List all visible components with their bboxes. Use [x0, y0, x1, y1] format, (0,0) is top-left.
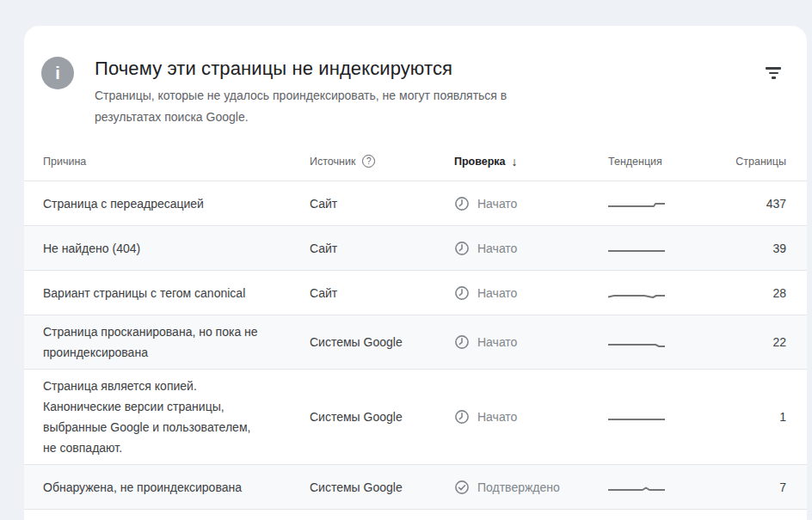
validation-status-label: Начато [477, 196, 517, 211]
pages-count: 7 [733, 480, 786, 494]
trend-cell [608, 481, 733, 493]
info-icon: i [41, 57, 74, 89]
table-row[interactable]: Страница просканирована, но пока не прои… [24, 315, 807, 370]
table-row[interactable]: Вариант страницы с тегом canonical Сайт … [24, 271, 807, 315]
source-cell: Сайт [310, 197, 454, 211]
trend-sparkline [608, 336, 665, 348]
reason-cell: Обнаружена, не проиндексирована [43, 477, 267, 498]
validation-cell: Начато [454, 334, 608, 350]
pages-count: 437 [733, 197, 786, 211]
clock-icon [454, 409, 470, 425]
panel-header: i Почему эти страницы не индексируются С… [24, 26, 807, 128]
table-row[interactable]: Страница с переадресацией Сайт Начато 43… [24, 181, 807, 226]
clock-icon [454, 241, 470, 256]
validation-status-label: Начато [477, 285, 517, 301]
source-cell: Сайт [310, 286, 454, 300]
validation-cell: Подтверждено [454, 480, 608, 495]
pages-count: 22 [733, 335, 786, 349]
table-row[interactable]: Не найдено (404) Сайт Начато 39 [24, 226, 807, 271]
trend-cell [608, 198, 733, 210]
validation-cell: Начато [454, 196, 608, 211]
validation-status-label: Начато [477, 241, 517, 256]
sort-desc-icon: ↓ [512, 155, 518, 168]
reason-cell: Вариант страницы с тегом canonical [43, 283, 267, 303]
column-header-source[interactable]: Источник ? [310, 155, 454, 168]
table-row[interactable]: Обнаружена, не проиндексирована Системы … [24, 465, 807, 510]
reason-cell: Не найдено (404) [43, 238, 267, 259]
reason-cell: Страница с переадресацией [43, 193, 267, 214]
table-body: Страница с переадресацией Сайт Начато 43… [24, 181, 807, 510]
panel-title: Почему эти страницы не индексируются [95, 57, 563, 81]
column-header-reason[interactable]: Причина [43, 156, 310, 168]
trend-cell [608, 287, 733, 299]
source-cell: Системы Google [310, 480, 454, 494]
validation-status-label: Подтверждено [477, 480, 560, 495]
column-header-validation[interactable]: Проверка ↓ [454, 155, 608, 168]
help-icon[interactable]: ? [362, 155, 375, 168]
trend-sparkline [608, 481, 665, 493]
indexing-report-panel: i Почему эти страницы не индексируются С… [24, 26, 807, 520]
validation-status-label: Начато [477, 409, 517, 425]
panel-header-text: Почему эти страницы не индексируются Стр… [95, 57, 563, 128]
column-header-pages[interactable]: Страницы [733, 156, 786, 168]
validation-cell: Начато [454, 285, 608, 301]
validation-status-label: Начато [477, 334, 517, 350]
source-cell: Системы Google [310, 335, 454, 349]
trend-sparkline [608, 198, 665, 210]
reason-cell: Страница является копией. Канонические в… [43, 376, 267, 458]
trend-sparkline [608, 411, 665, 423]
clock-icon [454, 285, 470, 301]
trend-cell [608, 242, 733, 254]
source-cell: Сайт [310, 242, 454, 255]
clock-icon [454, 334, 470, 350]
trend-sparkline [608, 287, 665, 299]
table-row[interactable]: Страница является копией. Канонические в… [24, 370, 807, 465]
column-header-trend[interactable]: Тенденция [608, 156, 733, 168]
panel-subtitle: Страницы, которые не удалось проиндексир… [95, 85, 563, 128]
reason-cell: Страница просканирована, но пока не прои… [43, 321, 267, 363]
trend-cell [608, 336, 733, 348]
table-header-row: Причина Источник ? Проверка ↓ Тенденция … [24, 142, 807, 181]
trend-sparkline [608, 242, 665, 254]
source-cell: Системы Google [310, 410, 454, 424]
filter-button[interactable] [760, 62, 786, 84]
pages-count: 1 [733, 410, 786, 424]
validation-cell: Начато [454, 409, 608, 425]
check-circle-icon [454, 480, 470, 495]
validation-cell: Начато [454, 241, 608, 256]
filter-icon [766, 67, 781, 70]
pages-count: 39 [733, 242, 786, 255]
pages-count: 28 [733, 286, 786, 300]
clock-icon [454, 196, 470, 211]
trend-cell [608, 411, 733, 423]
